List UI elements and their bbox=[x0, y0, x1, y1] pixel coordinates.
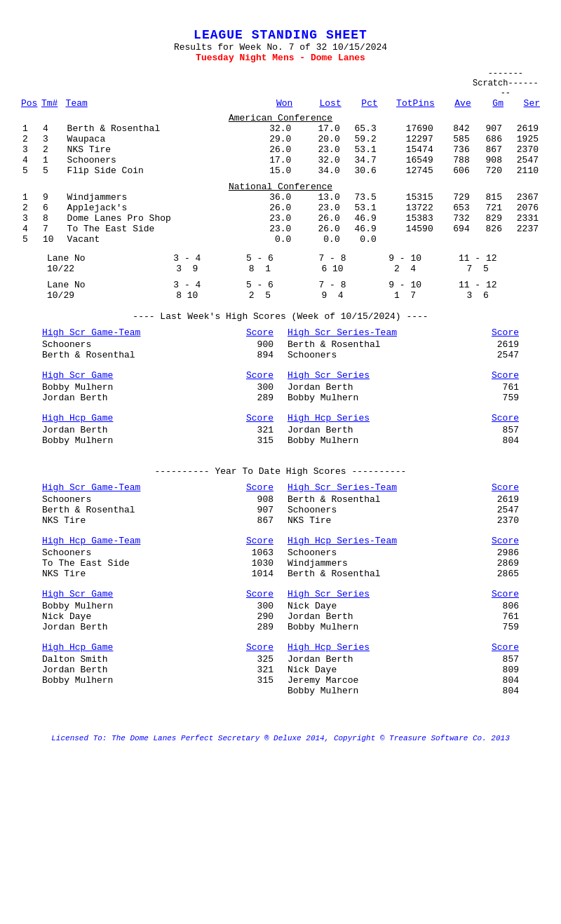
list-item: Jordan Berth321 bbox=[42, 665, 273, 675]
list-item: Berth & Rosenthal907 bbox=[42, 505, 273, 515]
last-week-header: ---- Last Week's High Scores (Week of 10… bbox=[21, 311, 540, 322]
column-headers: Pos Tm# Team Won Lost Pct TotPins Ave Gm… bbox=[21, 98, 540, 109]
table-row: 32NKS Tire 26.023.053.1 154747368672370 bbox=[21, 144, 540, 155]
ytd-hsgameteam-header: High Scr Game-Team Score bbox=[42, 482, 273, 493]
spacer-lane bbox=[47, 274, 514, 280]
list-item: Dalton Smith325 bbox=[42, 654, 273, 665]
ytd-high-hcp-series-team: High Hcp Series-Team Score Schooners2986… bbox=[288, 536, 519, 579]
last-week-grid: High Scr Game-Team Score Schooners900 Be… bbox=[42, 327, 519, 456]
ytd-high-hcp-series: High Hcp Series Score Jordan Berth857 Ni… bbox=[288, 642, 519, 696]
col-pct: Pct bbox=[342, 98, 378, 109]
ytd-hsseries-header: High Scr Series Score bbox=[288, 589, 519, 599]
list-item: Jordan Berth857 bbox=[288, 654, 519, 665]
table-row: 41Schooners 17.032.034.7 165497889082547 bbox=[21, 155, 540, 165]
list-item: Bobby Mulhern759 bbox=[288, 393, 519, 403]
table-row: 55Flip Side Coin 15.034.030.6 1274560672… bbox=[21, 165, 540, 176]
ytd-hhserieteam-header: High Hcp Series-Team Score bbox=[288, 536, 519, 546]
list-item: NKS Tire867 bbox=[42, 515, 273, 526]
lw-hhseries-header: High Hcp Series Score bbox=[288, 413, 519, 423]
list-item: Jordan Berth761 bbox=[288, 382, 519, 393]
table-row: 38Dome Lanes Pro Shop 23.026.046.9 15383… bbox=[21, 213, 540, 224]
list-item: Bobby Mulhern804 bbox=[288, 435, 519, 446]
lw-hsserieteam-header: High Scr Series-Team Score bbox=[288, 327, 519, 338]
list-item: Schooners1063 bbox=[42, 548, 273, 558]
list-item: NKS Tire2370 bbox=[288, 515, 519, 526]
last-week-section: ---- Last Week's High Scores (Week of 10… bbox=[21, 311, 540, 456]
list-item: Jordan Berth289 bbox=[42, 622, 273, 632]
list-item: Jordan Berth857 bbox=[288, 425, 519, 435]
list-item: Berth & Rosenthal894 bbox=[42, 350, 273, 360]
col-ser: Ser bbox=[503, 98, 540, 109]
table-row: 510Vacant 0.00.00.0 bbox=[21, 234, 540, 245]
list-item: Jordan Berth761 bbox=[288, 611, 519, 622]
list-item: Berth & Rosenthal2619 bbox=[288, 339, 519, 350]
lw-high-hcp-game: High Hcp Game Score Jordan Berth321 Bobb… bbox=[42, 413, 273, 446]
list-item: Bobby Mulhern759 bbox=[288, 622, 519, 632]
ytd-high-hcp-game-team: High Hcp Game-Team Score Schooners1063 T… bbox=[42, 536, 273, 579]
ytd-hhgameteam-header: High Hcp Game-Team Score bbox=[42, 536, 273, 546]
spacer-row bbox=[21, 176, 540, 182]
list-item: Schooners2986 bbox=[288, 548, 519, 558]
list-item: Schooners900 bbox=[42, 339, 273, 350]
list-item: Schooners908 bbox=[42, 494, 273, 505]
ytd-grid: High Scr Game-Team Score Schooners908 Be… bbox=[42, 482, 519, 706]
table-row: 14Berth & Rosenthal 32.017.065.3 1769084… bbox=[21, 123, 540, 134]
ytd-high-scr-series-team: High Scr Series-Team Score Berth & Rosen… bbox=[288, 482, 519, 526]
lw-high-scr-game: High Scr Game Score Bobby Mulhern300 Jor… bbox=[42, 370, 273, 403]
standings-table: -------Scratch-------- Pos Tm# Team Won … bbox=[21, 69, 540, 245]
ytd-hsgame-header: High Scr Game Score bbox=[42, 589, 273, 599]
american-conference-header: American Conference bbox=[21, 113, 540, 123]
national-conference-header: National Conference bbox=[21, 182, 540, 192]
col-won: Won bbox=[244, 98, 292, 109]
footer-text: Licensed To: The Dome Lanes Perfect Secr… bbox=[21, 734, 540, 742]
lw-hsgame-header: High Scr Game Score bbox=[42, 370, 273, 381]
col-tm: Tm# bbox=[41, 98, 66, 109]
table-row: 23Waupaca 29.020.059.2 122975856861925 bbox=[21, 134, 540, 144]
scratch-header-row: -------Scratch-------- bbox=[21, 69, 540, 98]
list-item: NKS Tire1014 bbox=[42, 569, 273, 579]
lane-data-row-1: 10/22 3 9 8 1 6 10 2 4 7 5 bbox=[47, 264, 514, 274]
col-team: Team bbox=[66, 98, 244, 109]
ytd-hhseries-header: High Hcp Series Score bbox=[288, 642, 519, 653]
list-item: Nick Daye290 bbox=[42, 611, 273, 622]
list-item: Windjammers2869 bbox=[288, 558, 519, 569]
page-subtitle: Results for Week No. 7 of 32 10/15/2024 bbox=[21, 42, 540, 53]
list-item: Schooners2547 bbox=[288, 350, 519, 360]
table-row: 19Windjammers 36.013.073.5 1531572981523… bbox=[21, 192, 540, 203]
ytd-header: ---------- Year To Date High Scores ----… bbox=[21, 466, 540, 477]
page-title: LEAGUE STANDING SHEET bbox=[21, 28, 540, 42]
list-item: Bobby Mulhern315 bbox=[42, 435, 273, 446]
list-item: Nick Daye806 bbox=[288, 601, 519, 611]
list-item: To The East Side1030 bbox=[42, 558, 273, 569]
lw-hsseries-header: High Scr Series Score bbox=[288, 370, 519, 381]
lw-hhgame-header: High Hcp Game Score bbox=[42, 413, 273, 423]
list-item: Bobby Mulhern804 bbox=[288, 686, 519, 696]
league-name: Tuesday Night Mens - Dome Lanes bbox=[21, 53, 540, 63]
col-gm: Gm bbox=[471, 98, 503, 109]
lw-high-scr-series-team: High Scr Series-Team Score Berth & Rosen… bbox=[288, 327, 519, 360]
list-item: Nick Daye809 bbox=[288, 665, 519, 675]
ytd-hhgame-header: High Hcp Game Score bbox=[42, 642, 273, 653]
list-item: Schooners2547 bbox=[288, 505, 519, 515]
lw-hsgameteam-header: High Scr Game-Team Score bbox=[42, 327, 273, 338]
lane-data-row-2: 10/29 8 10 2 5 9 4 1 7 3 6 bbox=[47, 290, 514, 301]
ytd-section: ---------- Year To Date High Scores ----… bbox=[21, 466, 540, 706]
lw-high-scr-series: High Scr Series Score Jordan Berth761 Bo… bbox=[288, 370, 519, 403]
col-lost: Lost bbox=[292, 98, 341, 109]
lane-header-row-2: Lane No 3 - 4 5 - 6 7 - 8 9 - 10 11 - 12 bbox=[47, 280, 514, 290]
ytd-high-scr-game: High Scr Game Score Bobby Mulhern300 Nic… bbox=[42, 589, 273, 632]
lw-high-scr-game-team: High Scr Game-Team Score Schooners900 Be… bbox=[42, 327, 273, 360]
list-item: Bobby Mulhern300 bbox=[42, 601, 273, 611]
col-ave: Ave bbox=[435, 98, 471, 109]
list-item: Jeremy Marcoe804 bbox=[288, 675, 519, 686]
ytd-high-scr-series: High Scr Series Score Nick Daye806 Jorda… bbox=[288, 589, 519, 632]
col-totpins: TotPins bbox=[378, 98, 435, 109]
scratch-header: -------Scratch-------- bbox=[471, 69, 540, 98]
lane-section: Lane No 3 - 4 5 - 6 7 - 8 9 - 10 11 - 12… bbox=[21, 253, 540, 301]
col-pos: Pos bbox=[21, 98, 41, 109]
ytd-high-hcp-game: High Hcp Game Score Dalton Smith325 Jord… bbox=[42, 642, 273, 696]
table-row: 26Applejack's 26.023.053.1 1372265372120… bbox=[21, 203, 540, 213]
lane-header-row-1: Lane No 3 - 4 5 - 6 7 - 8 9 - 10 11 - 12 bbox=[47, 253, 514, 264]
ytd-hsserieteam-header: High Scr Series-Team Score bbox=[288, 482, 519, 493]
ytd-high-scr-game-team: High Scr Game-Team Score Schooners908 Be… bbox=[42, 482, 273, 526]
